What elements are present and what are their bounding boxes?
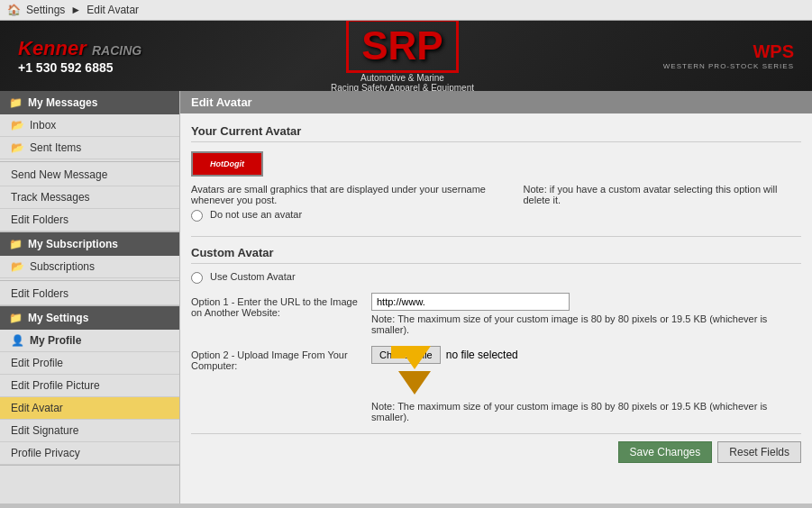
breadcrumb-current: Edit Avatar bbox=[87, 4, 139, 16]
avatar-box: HotDogit Avatars are small graphics that… bbox=[191, 151, 801, 225]
use-custom-radio[interactable] bbox=[191, 272, 203, 284]
avatar-description: Avatars are small graphics that are disp… bbox=[191, 184, 488, 205]
avatar-note: Note: if you have a custom avatar select… bbox=[524, 184, 802, 205]
subscriptions-folder-icon: 📁 bbox=[9, 238, 23, 250]
option2-note: Note: The maximum size of your custom im… bbox=[371, 401, 801, 422]
sidebar-item-subscriptions[interactable]: 📂 Subscriptions bbox=[0, 256, 179, 278]
current-avatar-image: HotDogit bbox=[191, 151, 263, 177]
sidebar-item-sent[interactable]: 📂 Sent Items bbox=[0, 137, 179, 159]
use-custom-label: Use Custom Avatar bbox=[210, 271, 296, 282]
profile-icon: 👤 bbox=[11, 334, 24, 347]
banner: Kenner RACING +1 530 592 6885 SRP Automo… bbox=[0, 21, 812, 91]
option1-note: Note: The maximum size of your custom im… bbox=[371, 313, 801, 335]
use-custom-row: Use Custom Avatar bbox=[191, 271, 801, 284]
banner-center: SRP Automotive & Marine Racing Safety Ap… bbox=[331, 21, 474, 91]
banner-wps: WPS bbox=[663, 41, 794, 62]
banner-tagline2: Racing Safety Apparel & Equipment bbox=[331, 83, 474, 91]
avatar-info-row: Avatars are small graphics that are disp… bbox=[191, 184, 801, 225]
option1-control: Note: The maximum size of your custom im… bbox=[371, 293, 801, 335]
action-row: Save Changes Reset Fields bbox=[191, 433, 801, 463]
divider-1 bbox=[191, 236, 801, 237]
sidebar-divider-2 bbox=[0, 280, 179, 281]
sidebar-item-edit-profile[interactable]: Edit Profile bbox=[0, 352, 179, 375]
sidebar-item-edit-folders-2[interactable]: Edit Folders bbox=[0, 283, 179, 305]
avatar-note-col: Note: if you have a custom avatar select… bbox=[506, 184, 802, 205]
settings-folder-icon: 📁 bbox=[9, 312, 23, 324]
sidebar-item-edit-profile-picture[interactable]: Edit Profile Picture bbox=[0, 375, 179, 397]
option2-row: Option 2 - Upload Image From Your Comput… bbox=[191, 346, 801, 422]
sent-icon: 📂 bbox=[11, 141, 24, 154]
custom-avatar-section: Custom Avatar Use Custom Avatar Option 1… bbox=[191, 246, 801, 422]
custom-avatar-title: Custom Avatar bbox=[191, 246, 801, 264]
banner-srp-logo: SRP bbox=[346, 21, 458, 73]
subscriptions-icon: 📂 bbox=[11, 260, 24, 273]
breadcrumb-sep: ► bbox=[70, 4, 81, 16]
sidebar-divider-1 bbox=[0, 161, 179, 162]
option1-row: Option 1 - Enter the URL to the Image on… bbox=[191, 293, 801, 335]
file-row: Choose File no file selected bbox=[371, 346, 801, 364]
sidebar-item-profile-privacy[interactable]: Profile Privacy bbox=[0, 442, 179, 465]
banner-left: Kenner RACING +1 530 592 6885 bbox=[18, 37, 141, 75]
sidebar-section-settings: 📁 My Settings 👤 My Profile Edit Profile … bbox=[0, 306, 179, 466]
no-file-text: no file selected bbox=[446, 349, 518, 361]
option1-label: Option 1 - Enter the URL to the Image on… bbox=[191, 293, 371, 318]
no-avatar-row: Do not use an avatar bbox=[191, 209, 488, 222]
sidebar-item-track[interactable]: Track Messages bbox=[0, 186, 179, 209]
sidebar-section-messages: 📁 My Messages 📂 Inbox 📂 Sent Items Send … bbox=[0, 91, 179, 232]
sidebar-item-edit-folders-1[interactable]: Edit Folders bbox=[0, 209, 179, 231]
sidebar-item-inbox[interactable]: 📂 Inbox bbox=[0, 114, 179, 137]
arrow-shape bbox=[398, 371, 431, 395]
no-avatar-radio[interactable] bbox=[191, 210, 203, 222]
content-area: Edit Avatar Your Current Avatar HotDogit… bbox=[180, 91, 812, 503]
option2-label: Option 2 - Upload Image From Your Comput… bbox=[191, 346, 371, 371]
sidebar-item-my-profile[interactable]: 👤 My Profile bbox=[0, 330, 179, 352]
banner-right: WPS WESTERN PRO-STOCK SERIES bbox=[663, 41, 794, 70]
breadcrumb: 🏠 Settings ► Edit Avatar bbox=[0, 0, 812, 21]
option1-url-input[interactable] bbox=[371, 293, 570, 311]
sidebar: 📁 My Messages 📂 Inbox 📂 Sent Items Send … bbox=[0, 91, 180, 503]
avatar-desc-col: Avatars are small graphics that are disp… bbox=[191, 184, 488, 225]
content-header: Edit Avatar bbox=[180, 91, 812, 113]
sidebar-section-subscriptions-header: 📁 My Subscriptions bbox=[0, 232, 179, 256]
content-body: Your Current Avatar HotDogit Avatars are… bbox=[180, 113, 812, 474]
banner-tagline1: Automotive & Marine bbox=[331, 73, 474, 83]
messages-folder-icon: 📁 bbox=[9, 96, 23, 109]
sidebar-section-settings-header: 📁 My Settings bbox=[0, 306, 179, 330]
reset-fields-button[interactable]: Reset Fields bbox=[717, 441, 801, 463]
sidebar-section-messages-header: 📁 My Messages bbox=[0, 91, 179, 114]
sidebar-item-edit-signature[interactable]: Edit Signature bbox=[0, 420, 179, 442]
sidebar-section-subscriptions: 📁 My Subscriptions 📂 Subscriptions Edit … bbox=[0, 232, 179, 306]
banner-phone: +1 530 592 6885 bbox=[18, 60, 114, 75]
arrow-indicator bbox=[398, 371, 431, 397]
save-changes-button[interactable]: Save Changes bbox=[618, 441, 713, 463]
no-avatar-label: Do not use an avatar bbox=[210, 209, 302, 220]
sidebar-item-edit-avatar[interactable]: Edit Avatar bbox=[0, 397, 179, 420]
banner-kenner-name: Kenner RACING bbox=[18, 37, 141, 60]
breadcrumb-settings[interactable]: Settings bbox=[26, 4, 65, 16]
your-current-avatar-title: Your Current Avatar bbox=[191, 124, 801, 142]
option2-control: Choose File no file selected Note: The m… bbox=[371, 346, 801, 422]
banner-wps-sub: WESTERN PRO-STOCK SERIES bbox=[663, 62, 794, 70]
home-icon[interactable]: 🏠 bbox=[7, 4, 21, 16]
inbox-icon: 📂 bbox=[11, 119, 24, 132]
sidebar-item-send-new[interactable]: Send New Message bbox=[0, 164, 179, 186]
